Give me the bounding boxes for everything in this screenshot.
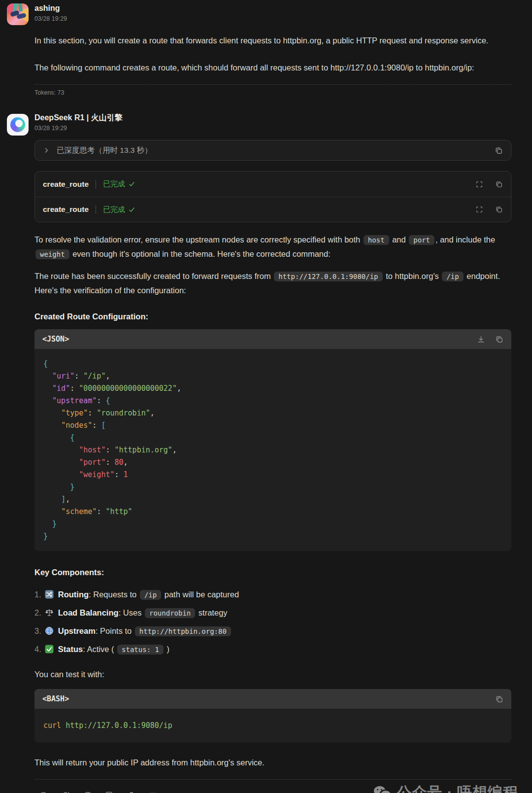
tool-copy-button[interactable] [495,180,503,188]
more-options-button[interactable] [149,791,158,793]
watermark-text: 公众号 · 唔想编程 [397,783,518,793]
tool-call-row[interactable]: create_route 已完成 [35,172,511,197]
mention-button[interactable]: @ [83,791,92,793]
menu-icon [149,791,158,793]
user-paragraph-1: In this section, you will create a route… [34,34,511,47]
user-author-name: ashing [34,3,511,13]
tool-expand-button[interactable] [475,180,483,188]
copy-icon [495,206,503,213]
key-components-list: 1.Routing: Requests to /ip path will be … [34,586,511,658]
user-message: ashing 03/28 19:29 In this section, you … [0,0,532,96]
assistant-paragraph-fix: To resolve the validation error, ensure … [34,233,511,261]
inline-code: port [409,235,434,245]
thinking-collapsed-bar[interactable]: 已深度思考（用时 13.3 秒） [34,140,511,161]
list-item: 3.Upstream: Points to http://httpbin.org… [34,622,511,640]
vertical-divider [96,180,96,189]
list-item: 2.Load Balancing: Uses roundrobin strate… [34,604,511,622]
route-config-heading: Created Route Configuration: [34,310,511,323]
tool-expand-button[interactable] [475,206,483,213]
tool-call-box: create_route 已完成 create_route [34,171,511,222]
expand-icon [475,180,483,188]
check-icon [129,207,135,213]
tool-status-badge: 已完成 [103,179,135,189]
tool-name: create_route [43,180,89,189]
message-divider [34,779,511,780]
assistant-message: DeepSeek R1 | 火山引擎 03/28 19:29 已深度思考（用时 … [0,113,532,793]
list-item-number: 1. [34,590,41,599]
copy-icon [495,695,503,703]
list-item-number: 3. [34,626,41,635]
list-item: 4.Status: Active ( status: 1 ) [34,640,511,658]
code-language-label: <BASH> [42,694,69,703]
copy-icon [39,791,48,793]
tool-call-row[interactable]: create_route 已完成 [35,197,511,222]
json-code-block: <JSON> { "uri": "/ip", "id": "0000000000… [34,329,511,551]
chat-page: ashing 03/28 19:29 In this section, you … [0,0,532,793]
copy-icon [495,180,503,188]
code-download-button[interactable] [477,335,485,344]
expand-icon [475,206,483,213]
shuffle-icon [45,590,54,599]
inline-code: status: 1 [117,645,164,655]
user-avatar [7,3,29,25]
inline-code: host [364,235,389,245]
copy-message-button[interactable] [39,791,48,793]
tool-name: create_route [43,205,89,214]
inline-code: weight [35,249,69,259]
balance-scale-icon [45,608,54,617]
wechat-icon [373,785,392,793]
globe-icon [45,626,54,635]
closing-text: This will return your public IP address … [34,756,511,769]
code-copy-button[interactable] [495,335,503,344]
bash-code-block: <BASH> curl http://127.0.0.1:9080/ip [34,689,511,743]
inline-code: /ip [140,590,161,600]
download-icon [477,335,485,344]
tool-status-badge: 已完成 [103,205,135,214]
assistant-author-name: DeepSeek R1 | 火山引擎 [34,113,511,123]
message-divider [34,84,511,85]
user-timestamp: 03/28 19:29 [34,15,511,23]
translate-button[interactable] [105,791,114,793]
assistant-timestamp: 03/28 19:29 [34,124,511,132]
message-toolbar: @ 公众号 · 唔想编程 Tokens: 4851 ↑ 4033 ↓ 818 [34,786,511,793]
list-item-number: 2. [34,608,41,617]
assistant-avatar [7,114,29,136]
inline-code: http://httpbin.org:80 [135,626,231,636]
tool-copy-button[interactable] [495,206,503,213]
thinking-label: 已深度思考（用时 13.3 秒） [57,145,152,156]
deepseek-logo [10,117,25,132]
bash-code-header: <BASH> [34,689,511,709]
vertical-divider [96,205,96,214]
wechat-watermark: 公众号 · 唔想编程 [373,783,518,793]
user-tokens-count: Tokens: 73 [34,89,511,96]
copy-icon [495,335,503,344]
json-code-header: <JSON> [34,329,511,349]
inline-code: /ip [442,272,463,281]
list-item-number: 4. [34,645,41,654]
inline-code: http://127.0.0.1:9080/ip [274,272,382,281]
key-components-heading: Key Components: [34,566,511,579]
code-language-label: <JSON> [42,335,69,344]
at-icon: @ [83,791,92,793]
translate-icon [105,791,114,793]
test-intro-text: You can test it with: [34,667,511,681]
thinking-copy-button[interactable] [495,146,503,155]
list-item: 1.Routing: Requests to /ip path will be … [34,586,511,604]
inline-code: roundrobin [145,608,195,618]
user-paragraph-2: The following command creates a route, w… [34,61,511,74]
check-icon [129,181,135,187]
refresh-icon [61,791,70,793]
assistant-paragraph-success: The route has been successfully created … [34,269,511,297]
check-badge-icon [45,645,54,654]
trash-icon [127,791,136,793]
code-copy-button[interactable] [495,695,503,703]
bash-code-body: curl http://127.0.0.1:9080/ip [34,709,511,743]
chevron-right-icon [43,147,50,154]
delete-button[interactable] [127,791,136,793]
regenerate-button[interactable] [61,791,70,793]
json-code-body: { "uri": "/ip", "id": "00000000000000000… [34,349,511,551]
